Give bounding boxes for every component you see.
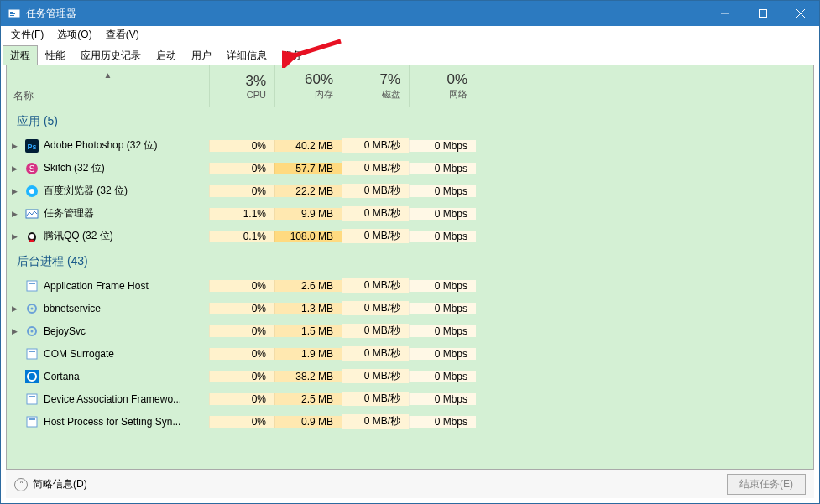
cell-net: 0 Mbps [409,416,476,428]
mem-total: 60% [305,71,333,88]
task-manager-window: 任务管理器 文件(F) 选项(O) 查看(V) 进程 性能 应用历史记录 启动 … [0,0,820,504]
chevron-up-icon[interactable]: ˄ [14,478,28,491]
end-task-button[interactable]: 结束任务(E) [727,474,806,495]
chevron-right-icon[interactable]: ▶ [12,304,22,313]
process-row[interactable]: ▶腾讯QQ (32 位)0.1%108.0 MB0 MB/秒0 Mbps [7,225,813,247]
process-icon [25,184,39,198]
process-name: Host Process for Setting Syn... [44,416,180,428]
chevron-right-icon[interactable]: ▶ [12,327,22,335]
cell-cpu: 0% [209,371,274,382]
close-button[interactable] [781,1,819,26]
process-icon: Ps [25,139,39,153]
tab-details[interactable]: 详细信息 [219,45,274,65]
process-name: Device Association Framewo... [44,393,181,405]
cell-cpu: 0% [209,325,274,337]
col-net[interactable]: 0% 网络 [409,65,476,107]
cell-cpu: 0.1% [209,231,274,242]
col-name[interactable]: ▲ 名称 [7,65,209,107]
cell-net: 0 Mbps [409,280,476,292]
col-cpu[interactable]: 3% CPU [209,65,274,107]
group-apps[interactable]: 应用 (5) [7,107,813,134]
process-row[interactable]: ▶SSkitch (32 位)0%57.7 MB0 MB/秒0 Mbps [7,157,813,179]
cell-cpu: 0% [209,348,274,360]
process-row[interactable]: ▶Application Frame Host0%2.6 MB0 MB/秒0 M… [7,274,813,297]
process-row[interactable]: ▶bbnetservice0%1.3 MB0 MB/秒0 Mbps [7,297,813,320]
cell-net: 0 Mbps [409,185,476,197]
process-row[interactable]: ▶百度浏览器 (32 位)0%22.2 MB0 MB/秒0 Mbps [7,179,813,202]
cell-mem: 40.2 MB [274,140,342,152]
tab-apphistory[interactable]: 应用历史记录 [73,45,149,65]
fewer-details-link[interactable]: 简略信息(D) [33,477,87,491]
svg-rect-31 [27,417,37,427]
process-name: 百度浏览器 (32 位) [44,184,128,198]
cell-net: 0 Mbps [409,208,476,220]
chevron-right-icon[interactable]: ▶ [12,164,22,173]
process-row[interactable]: ▶COM Surrogate0%1.9 MB0 MB/秒0 Mbps [7,342,813,365]
tab-processes[interactable]: 进程 [3,45,38,65]
process-name: bbnetservice [44,303,101,314]
cell-net: 0 Mbps [409,325,476,337]
svg-rect-2 [10,13,15,14]
cell-mem: 57.7 MB [274,163,342,174]
svg-rect-26 [29,351,35,352]
cell-cpu: 0% [209,393,274,405]
col-mem[interactable]: 60% 内存 [274,65,342,107]
cell-cpu: 0% [209,280,274,292]
process-name: BejoySvc [44,325,86,337]
column-headers: ▲ 名称 3% CPU 60% 内存 7% 磁盘 0% 网络 [7,65,813,107]
group-bg[interactable]: 后台进程 (43) [7,247,813,274]
chevron-right-icon[interactable]: ▶ [12,187,22,195]
menu-file[interactable]: 文件(F) [4,26,50,44]
tab-performance[interactable]: 性能 [38,45,73,65]
cell-cpu: 0% [209,416,274,428]
statusbar: ˄ 简略信息(D) 结束任务(E) [6,470,814,498]
process-row[interactable]: ▶PsAdobe Photoshop (32 位)0%40.2 MB0 MB/秒… [7,134,813,157]
cell-cpu: 0% [209,140,274,152]
tab-services[interactable]: 服务 [274,45,310,65]
process-icon [25,230,39,243]
chevron-right-icon[interactable]: ▶ [12,210,22,218]
sort-indicator-icon: ▲ [104,70,112,80]
cell-mem: 2.6 MB [274,280,342,292]
chevron-right-icon[interactable]: ▶ [12,142,22,150]
process-icon [25,279,39,293]
process-icon [25,347,39,361]
cell-cpu: 1.1% [209,208,274,220]
cell-mem: 38.2 MB [274,371,342,382]
menu-options[interactable]: 选项(O) [50,26,98,44]
svg-rect-19 [27,281,37,291]
process-row[interactable]: ▶任务管理器1.1%9.9 MB0 MB/秒0 Mbps [7,202,813,225]
window-title: 任务管理器 [26,7,706,21]
chevron-right-icon[interactable]: ▶ [12,232,22,241]
svg-point-22 [31,307,34,309]
tab-users[interactable]: 用户 [184,45,219,65]
menu-view[interactable]: 查看(V) [99,26,146,44]
cell-mem: 108.0 MB [274,231,342,242]
svg-text:S: S [29,164,35,174]
col-disk[interactable]: 7% 磁盘 [342,65,409,107]
cell-net: 0 Mbps [409,393,476,405]
cell-disk: 0 MB/秒 [342,369,409,383]
process-name: Adobe Photoshop (32 位) [44,138,157,153]
titlebar[interactable]: 任务管理器 [1,1,819,26]
tab-startup[interactable]: 启动 [149,45,184,65]
svg-rect-32 [29,418,35,420]
cell-disk: 0 MB/秒 [342,138,409,153]
process-row[interactable]: ▶BejoySvc0%1.5 MB0 MB/秒0 Mbps [7,320,813,342]
process-row[interactable]: ▶Host Process for Setting Syn...0%0.9 MB… [7,410,813,433]
process-row[interactable]: ▶Cortana0%38.2 MB0 MB/秒0 Mbps [7,365,813,387]
disk-label: 磁盘 [382,88,400,101]
cell-cpu: 0% [209,185,274,197]
process-row[interactable]: ▶Device Association Framewo...0%2.5 MB0 … [7,387,813,410]
svg-text:Ps: Ps [27,143,36,151]
disk-total: 7% [379,71,400,88]
cell-mem: 1.9 MB [274,348,342,360]
process-icon: S [25,162,39,175]
app-icon [8,7,21,20]
minimize-button[interactable] [706,1,744,26]
maximize-button[interactable] [744,1,781,26]
process-list[interactable]: 应用 (5) ▶PsAdobe Photoshop (32 位)0%40.2 M… [7,107,813,469]
svg-point-24 [31,330,34,332]
mem-label: 内存 [315,88,333,101]
process-name: 腾讯QQ (32 位) [44,229,113,243]
